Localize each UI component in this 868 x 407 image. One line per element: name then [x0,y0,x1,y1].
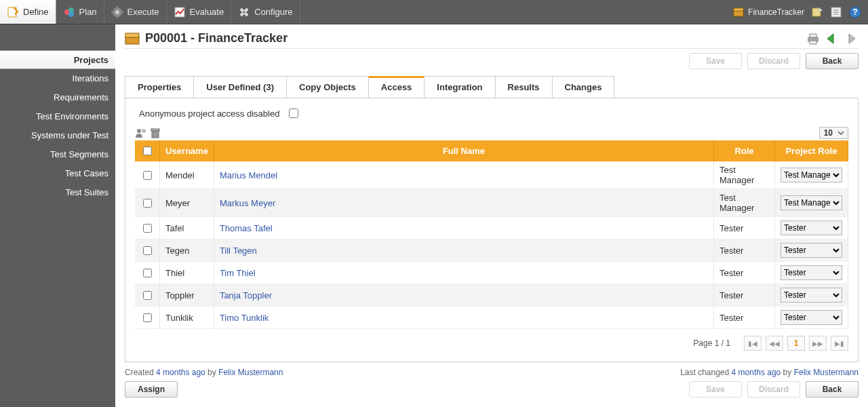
tab-results[interactable]: Results [495,76,553,98]
tab-integration[interactable]: Integration [424,76,495,98]
print-icon[interactable] [806,32,821,45]
cell-role: Tester [714,284,775,307]
tab-copy-objects[interactable]: Copy Objects [286,76,369,98]
export-icon[interactable] [811,6,823,18]
sidebar-item-iterations[interactable]: Iterations [0,69,115,88]
col-project-role[interactable]: Project Role [775,140,848,161]
tab-changes[interactable]: Changes [552,76,615,98]
fullname-link[interactable]: Thomas Tafel [220,223,273,233]
changed-time-link[interactable]: 4 months ago [732,368,781,377]
sidebar-item-test-segments[interactable]: Test Segments [0,145,115,164]
page-number-button[interactable]: 1 [787,336,805,351]
svg-rect-13 [734,8,743,11]
col-role[interactable]: Role [714,140,775,161]
topnav-item-configure[interactable]: Configure [231,0,300,24]
row-select-checkbox[interactable] [143,313,152,322]
sidebar-item-systems-under-test[interactable]: Systems under Test [0,126,115,145]
save-button-bottom[interactable]: Save [689,381,742,398]
select-all-checkbox[interactable] [143,147,152,155]
row-select-checkbox[interactable] [143,224,152,233]
cell-role: Test Manager [714,189,775,217]
tab-user-defined-3-[interactable]: User Defined (3) [193,76,287,98]
cell-role: Tester [714,217,775,239]
project-role-select[interactable]: Test Manager [781,195,842,210]
fullname-link[interactable]: Timo Tunklik [220,313,269,323]
svg-point-3 [68,12,74,17]
col-username[interactable]: Username [160,140,214,161]
project-role-select[interactable]: Tester [781,265,842,280]
top-bar: DefinePlanExecuteEvaluateConfigure Finan… [0,0,868,24]
execute-icon [111,6,123,18]
changed-by-link[interactable]: Felix Mustermann [794,368,859,377]
fullname-link[interactable]: Marius Mendel [220,170,277,180]
remove-users-icon[interactable] [150,128,161,138]
anonymous-access-checkbox[interactable] [289,109,298,118]
page-prev-button[interactable]: ◀◀ [766,336,783,351]
table-row: MendelMarius MendelTest ManagerTest Mana… [135,161,848,189]
cell-username: Mendel [160,161,214,189]
page-first-button[interactable]: ▮◀ [744,336,762,351]
page-next-button[interactable]: ▶▶ [809,336,827,351]
topnav-item-plan[interactable]: Plan [56,0,104,24]
access-table: Username Full Name Role Project Role Men… [135,140,848,329]
sidebar-item-label: Systems under Test [31,130,108,140]
created-time-link[interactable]: 4 months ago [156,368,205,377]
back-button-bottom[interactable]: Back [806,381,859,398]
sidebar-item-test-cases[interactable]: Test Cases [0,164,115,183]
col-fullname[interactable]: Full Name [214,140,713,161]
row-select-checkbox[interactable] [143,171,152,180]
sidebar-item-label: Requirements [54,92,108,102]
sidebar-item-test-environments[interactable]: Test Environments [0,107,115,126]
sidebar-item-label: Test Environments [36,111,108,121]
page-last-button[interactable]: ▶▮ [831,336,848,351]
fullname-link[interactable]: Tanja Toppler [220,290,272,301]
nav-back-icon[interactable] [825,32,840,45]
sidebar-item-test-suites[interactable]: Test Suites [0,183,115,202]
topnav-label: Plan [79,7,97,17]
cell-username: Thiel [160,262,214,284]
row-select-checkbox[interactable] [143,199,152,208]
project-role-select[interactable]: Tester [781,243,842,258]
sidebar-item-requirements[interactable]: Requirements [0,88,115,107]
tab-access[interactable]: Access [368,76,425,98]
cell-username: Tegen [160,239,214,262]
svg-rect-8 [111,12,114,13]
assign-button[interactable]: Assign [125,381,178,398]
fullname-link[interactable]: Tim Thiel [220,268,256,278]
row-select-checkbox[interactable] [143,246,152,255]
help-icon[interactable]: ? [849,6,861,18]
back-button[interactable]: Back [806,53,859,69]
cell-role: Tester [714,307,775,329]
sidebar-item-projects[interactable]: Projects [0,50,115,69]
meta-row: Created 4 months ago by Felix Mustermann… [125,362,859,381]
row-select-checkbox[interactable] [143,291,152,300]
row-select-checkbox[interactable] [143,269,152,277]
project-breadcrumb[interactable]: FinanceTracker [733,7,804,17]
changed-info: Last changed 4 months ago by Felix Muste… [680,368,859,377]
nav-forward-icon[interactable] [844,32,859,45]
project-role-select[interactable]: Tester [781,310,842,325]
topnav-item-evaluate[interactable]: Evaluate [167,0,232,24]
project-role-select[interactable]: Tester [781,220,842,235]
discard-button[interactable]: Discard [747,53,800,69]
project-role-select[interactable]: Test Manager [781,168,842,182]
project-role-select[interactable]: Tester [781,288,842,303]
save-button[interactable]: Save [689,53,742,69]
topnav-item-define[interactable]: Define [0,0,56,24]
created-by-link[interactable]: Felix Mustermann [218,368,283,377]
topnav-label: Define [23,7,49,17]
svg-rect-21 [125,37,139,44]
tab-properties[interactable]: Properties [125,76,194,98]
pagination: Page 1 / 1 ▮◀ ◀◀ 1 ▶▶ ▶▮ [135,329,848,355]
add-user-icon[interactable] [135,128,147,138]
page-size-selector[interactable]: 10 [819,127,848,139]
plan-icon [63,6,75,18]
svg-rect-25 [810,41,816,44]
topnav-label: Execute [127,7,159,17]
topnav-item-execute[interactable]: Execute [104,0,167,24]
cell-username: Toppler [160,284,214,307]
discard-button-bottom[interactable]: Discard [747,381,800,398]
manual-icon[interactable] [830,6,842,18]
fullname-link[interactable]: Till Tegen [220,246,257,256]
fullname-link[interactable]: Markus Meyer [220,198,275,208]
